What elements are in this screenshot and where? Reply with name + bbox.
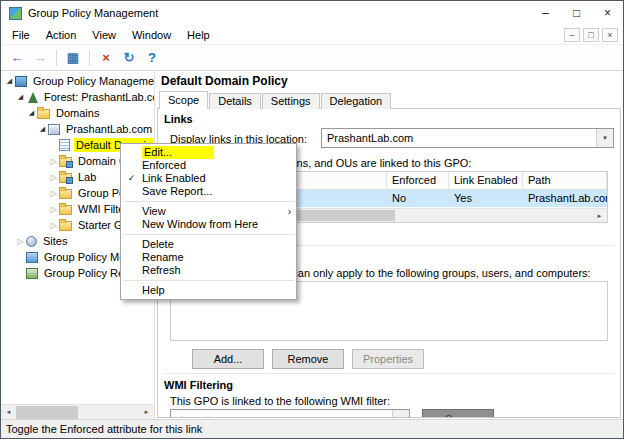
menu-view[interactable]: View xyxy=(84,27,124,43)
menu-item-refresh[interactable]: Refresh xyxy=(121,264,296,277)
column-header-enforced[interactable]: Enforced xyxy=(387,172,449,189)
tab-details[interactable]: Details xyxy=(209,93,261,109)
tree-expander-icon[interactable]: ▷ xyxy=(48,173,59,182)
tree-item-domains[interactable]: ◢Domains xyxy=(1,105,154,121)
context-menu: Edit...Enforced✓Link EnabledSave Report.… xyxy=(120,143,297,300)
tree-expander-icon[interactable]: ▷ xyxy=(48,189,59,198)
chevron-down-icon[interactable]: ▾ xyxy=(392,410,409,418)
menu-item-edit[interactable]: Edit... xyxy=(121,146,296,159)
open-button[interactable]: Open xyxy=(422,409,494,418)
tree-horizontal-scrollbar[interactable]: ◄ ► xyxy=(1,404,154,419)
scroll-right-button[interactable]: ► xyxy=(592,209,607,222)
tree-expander-icon[interactable]: ▷ xyxy=(48,221,59,230)
folder-icon xyxy=(59,205,72,215)
cell-enforced: No xyxy=(387,190,449,207)
menu-file[interactable]: File xyxy=(4,27,38,43)
tree-item-group-policy-management[interactable]: ◢Group Policy Management xyxy=(1,73,154,89)
menu-item-link-enabled[interactable]: ✓Link Enabled xyxy=(121,172,296,185)
gpmc-window: Group Policy Management –□× FileActionVi… xyxy=(0,0,624,439)
console-tree-button[interactable]: ▦ xyxy=(62,47,84,68)
minimize-button[interactable]: – xyxy=(530,1,561,25)
tab-delegation[interactable]: Delegation xyxy=(321,93,392,109)
status-bar: Toggle the Enforced attribute for this l… xyxy=(1,419,623,438)
tree-item-label: Sites xyxy=(41,234,69,248)
section-divider xyxy=(164,373,614,374)
menu-item-rename[interactable]: Rename xyxy=(121,251,296,264)
back-button[interactable]: ← xyxy=(6,47,28,68)
wmi-filter-combobox[interactable]: <none> ▾ xyxy=(170,409,410,418)
menu-separator xyxy=(123,234,294,235)
mdi-close-button[interactable]: × xyxy=(602,28,618,42)
cell-path: PrashantLab.com xyxy=(523,190,607,207)
mdi-minimize-button[interactable]: – xyxy=(564,28,580,42)
domain-icon xyxy=(48,124,60,135)
menu-bar: FileActionViewWindowHelp –□× xyxy=(1,25,623,45)
location-combobox[interactable]: PrashantLab.com ▾ xyxy=(321,128,614,148)
cell-link-enabled: Yes xyxy=(449,190,523,207)
menu-action[interactable]: Action xyxy=(38,27,85,43)
menu-window[interactable]: Window xyxy=(124,27,179,43)
add-button[interactable]: Add... xyxy=(192,349,264,369)
tree-item-prashantlab-com[interactable]: ◢PrashantLab.com xyxy=(1,121,154,137)
wmi-filtering-description: This GPO is linked to the following WMI … xyxy=(170,395,390,407)
location-combobox-value: PrashantLab.com xyxy=(327,132,413,144)
tree-item-label: Forest: PrashantLab.com xyxy=(42,90,155,104)
maximize-button[interactable]: □ xyxy=(561,1,592,25)
tab-settings[interactable]: Settings xyxy=(262,93,320,109)
tree-expander-icon[interactable]: ▷ xyxy=(48,205,59,214)
forward-button[interactable]: → xyxy=(29,47,51,68)
menu-item-help[interactable]: Help xyxy=(121,284,296,297)
toolbar: ←→▦×↻? xyxy=(1,45,623,71)
scroll-left-button[interactable]: ◄ xyxy=(1,405,16,419)
toolbar-separator xyxy=(89,50,90,66)
toolbar-separator xyxy=(56,50,57,66)
menu-item-save-report[interactable]: Save Report... xyxy=(121,185,296,198)
folder-icon xyxy=(59,221,72,231)
menu-item-enforced[interactable]: Enforced xyxy=(121,159,296,172)
links-heading: Links xyxy=(164,113,193,125)
tab-scope[interactable]: Scope xyxy=(159,91,208,109)
tab-strip: ScopeDetailsSettingsDelegation xyxy=(159,91,392,109)
tree-item-label: PrashantLab.com xyxy=(64,122,154,136)
menu-item-label: Help xyxy=(142,284,165,297)
menu-item-label: Save Report... xyxy=(142,185,212,198)
tree-expander-icon[interactable]: ▷ xyxy=(48,157,59,166)
properties-button[interactable]: Properties xyxy=(352,349,424,369)
help-button[interactable]: ? xyxy=(141,47,163,68)
tree-expander-icon[interactable]: ◢ xyxy=(26,109,37,117)
close-button[interactable]: × xyxy=(592,1,623,25)
column-header-path[interactable]: Path xyxy=(523,172,607,189)
highlight-annotation: Edit... xyxy=(142,146,214,159)
tree-item-label: Domains xyxy=(54,106,101,120)
submenu-arrow-icon: › xyxy=(283,205,296,218)
tree-item-forest-prashantlab-com[interactable]: ◢Forest: PrashantLab.com xyxy=(1,89,154,105)
tree-expander-icon[interactable]: ◢ xyxy=(4,77,15,85)
refresh-button[interactable]: ↻ xyxy=(118,47,140,68)
remove-button[interactable]: Remove xyxy=(272,349,344,369)
scrollbar-thumb[interactable] xyxy=(16,406,78,419)
gpo-title: Default Domain Policy xyxy=(161,74,288,88)
chevron-down-icon[interactable]: ▾ xyxy=(596,129,613,147)
results-icon xyxy=(26,268,38,279)
ou-icon xyxy=(59,173,72,183)
checkmark-icon: ✓ xyxy=(121,172,142,185)
menu-item-delete[interactable]: Delete xyxy=(121,238,296,251)
window-title: Group Policy Management xyxy=(28,7,158,19)
menu-item-new-window-from-here[interactable]: New Window from Here xyxy=(121,218,296,231)
scroll-right-button[interactable]: ► xyxy=(139,405,154,419)
column-header-link-enabled[interactable]: Link Enabled xyxy=(449,172,523,189)
title-bar: Group Policy Management –□× xyxy=(1,1,623,25)
tree-item-label: Group Policy Management xyxy=(31,74,155,88)
mdi-restore-button[interactable]: □ xyxy=(583,28,599,42)
delete-button[interactable]: × xyxy=(95,47,117,68)
tree-item-label: Lab xyxy=(76,170,98,184)
folder-icon xyxy=(59,189,72,199)
tree-expander-icon[interactable]: ◢ xyxy=(37,125,48,133)
app-icon xyxy=(9,7,22,20)
menu-help[interactable]: Help xyxy=(179,27,218,43)
menu-item-view[interactable]: View› xyxy=(121,205,296,218)
console-icon xyxy=(15,76,27,87)
tree-expander-icon[interactable]: ◢ xyxy=(15,93,26,101)
tree-expander-icon[interactable]: ▷ xyxy=(15,237,26,246)
wmi-filter-value: <none> xyxy=(176,413,213,418)
